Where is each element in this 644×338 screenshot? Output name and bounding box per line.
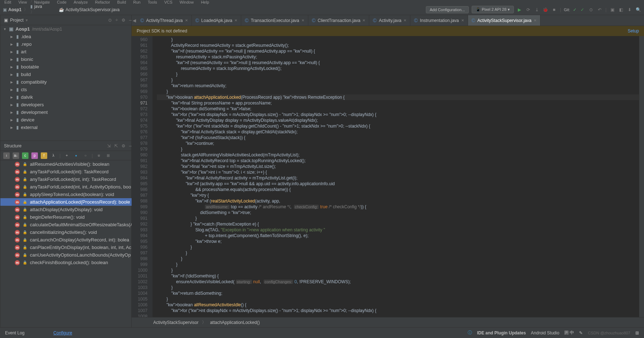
sdk-warning-banner: Project SDK is not defined Setup: [132, 26, 644, 36]
tab-scroll-left-icon[interactable]: ◀: [132, 18, 137, 23]
editor-tab[interactable]: ©Activity.java✕: [369, 15, 410, 26]
menu-analyze[interactable]: Analyze: [74, 0, 88, 4]
event-log-button[interactable]: Event Log: [5, 330, 25, 335]
tree-folder-device[interactable]: ▶▮device: [0, 116, 137, 124]
folder-icon: ▮: [16, 34, 19, 39]
close-tab-icon[interactable]: ✕: [185, 18, 188, 22]
sdk-manager-icon[interactable]: ⬇: [627, 7, 632, 13]
tree-folder-.idea[interactable]: ▶▮.idea: [0, 33, 137, 40]
tree-folder-bionic[interactable]: ▶▮bionic: [0, 55, 137, 63]
editor-tab[interactable]: ©ClientTransaction.java✕: [308, 15, 370, 26]
editor-tabs[interactable]: ◀ ©ActivityThread.java✕©LoadedApk.java✕©…: [132, 15, 644, 26]
method-icon: m: [15, 260, 20, 265]
structure-method-item[interactable]: m🔒applySleepTokensLocked(boolean): void: [0, 191, 137, 198]
line-number-gutter[interactable]: 9609619629639649659669679689699709719729…: [132, 36, 153, 317]
structure-method-item[interactable]: m🔒cancelInitializingActivities(): void: [0, 228, 137, 236]
structure-method-item[interactable]: m🔒attachDisplay(ActivityDisplay): void: [0, 206, 137, 213]
close-tab-icon[interactable]: ✕: [461, 18, 464, 22]
menu-build[interactable]: Build: [117, 0, 126, 4]
tree-folder-compatibility[interactable]: ▶▮compatibility: [0, 78, 137, 86]
debug-icon[interactable]: ⟳: [525, 7, 531, 13]
structure-method-item[interactable]: m🔒anyTaskForIdLocked(int): TaskRecord: [0, 168, 137, 175]
tree-folder-external[interactable]: ▶▮external: [0, 124, 137, 131]
project-tree[interactable]: ▼▣Aosp1 /mnt/sda/Aosp1 ▶▮.idea▶▮.repo▶▮a…: [0, 25, 137, 141]
editor-tab[interactable]: ©TransactionExecutor.java✕: [241, 15, 308, 26]
code-editor[interactable]: } ActivityRecord resumedActivity = stack…: [153, 36, 639, 317]
lock-icon: 🔒: [23, 238, 27, 242]
expand-icon[interactable]: ÷: [115, 18, 118, 23]
tree-folder-dalvik[interactable]: ▶▮dalvik: [0, 93, 137, 101]
editor-tab[interactable]: ©ActivityStackSupervisor.java✕: [468, 15, 541, 26]
structure-method-item[interactable]: m🔒beginDeferResume(): void: [0, 213, 137, 221]
editor-breadcrumb[interactable]: ActivityStackSupervisor 〉 attachApplicat…: [132, 317, 644, 327]
ime-indicator[interactable]: 囲 中: [564, 330, 574, 336]
settings-icon[interactable]: ⚙: [122, 143, 125, 148]
grid-icon[interactable]: ⊞: [635, 330, 639, 335]
menu-edit[interactable]: Edit: [4, 0, 11, 4]
profile-icon[interactable]: ⤓: [534, 7, 540, 13]
editor-tab[interactable]: ©LoadedApk.java✕: [192, 15, 241, 26]
menu-vcs[interactable]: VCS: [164, 0, 172, 4]
java-class-icon: ©: [312, 18, 316, 23]
struct-collapse-icon[interactable]: ⇱: [114, 143, 118, 148]
device-selector[interactable]: 📱 Pixel 2 API 28 ▾: [472, 6, 514, 13]
git-revert-icon[interactable]: ↶: [597, 7, 603, 13]
tree-folder-art[interactable]: ▶▮art: [0, 48, 137, 55]
structure-method-item[interactable]: m🔒anyTaskForIdLocked(int, int, ActivityO…: [0, 183, 137, 191]
editor-tab[interactable]: ©Instrumentation.java✕: [410, 15, 468, 26]
menu-window[interactable]: Window: [180, 0, 194, 4]
folder-icon: ▮: [16, 87, 19, 92]
search-everywhere-icon[interactable]: 🔍: [635, 7, 641, 13]
avd-icon[interactable]: ◧: [618, 7, 624, 13]
close-tab-icon[interactable]: ✕: [534, 18, 537, 22]
tree-folder-developers[interactable]: ▶▮developers: [0, 101, 137, 108]
stop-icon[interactable]: ■: [551, 7, 557, 13]
tree-folder-build[interactable]: ▶▮build: [0, 71, 137, 78]
run-icon[interactable]: ▶: [517, 7, 522, 13]
close-tab-icon[interactable]: ✕: [403, 18, 406, 22]
lock-icon: 🔒: [23, 261, 27, 264]
menu-navigate[interactable]: Navigate: [34, 0, 50, 4]
setup-sdk-link[interactable]: Setup: [628, 28, 639, 34]
tree-folder-bootable[interactable]: ▶▮bootable: [0, 63, 137, 71]
info-icon: ⓘ: [468, 330, 472, 336]
menu-run[interactable]: Run: [133, 0, 141, 4]
menu-tools[interactable]: Tools: [148, 0, 157, 4]
attach-debugger-icon[interactable]: 🐞: [543, 7, 548, 13]
close-tab-icon[interactable]: ✕: [234, 18, 237, 22]
menu-refactor[interactable]: Refactor: [95, 0, 110, 4]
run-configuration-dropdown[interactable]: Add Configuration...: [426, 6, 469, 13]
git-commit-icon[interactable]: ✓: [579, 7, 585, 13]
structure-method-item[interactable]: m🔒canPlaceEntityOnDisplay(int, boolean, …: [0, 244, 137, 251]
editor-tab[interactable]: ©ActivityThread.java✕: [137, 15, 192, 26]
git-update-icon[interactable]: ✓: [573, 7, 577, 12]
settings-icon[interactable]: ⚙: [122, 18, 125, 23]
ime-icon[interactable]: ✎: [579, 330, 583, 335]
close-tab-icon[interactable]: ✕: [362, 18, 365, 22]
structure-method-item[interactable]: m🔒checkFinishBootingLocked(): boolean: [0, 259, 137, 266]
structure-method-item[interactable]: m🔒attachApplicationLocked(ProcessRecord)…: [0, 198, 137, 206]
structure-method-item[interactable]: m🔒canLaunchOnDisplay(ActivityRecord, int…: [0, 236, 137, 244]
menu-help[interactable]: Help: [201, 0, 209, 4]
sync-icon[interactable]: ▣: [609, 7, 615, 13]
tree-folder-cts[interactable]: ▶▮cts: [0, 86, 137, 93]
tree-folder-.repo[interactable]: ▶▮.repo: [0, 40, 137, 48]
git-history-icon[interactable]: ⊙: [588, 7, 594, 13]
structure-method-item[interactable]: m🔒allResumedActivitiesVisible(): boolean: [0, 160, 137, 168]
structure-method-item[interactable]: m🔒calculateDefaultMinimalSizeOfResizeabl…: [0, 221, 137, 228]
ide-update-notification[interactable]: IDE and Plugin Updates: [477, 330, 526, 335]
configure-link[interactable]: Configure: [53, 330, 72, 335]
structure-toolbar[interactable]: ↕ a↓ c p f λ | ✦ ● ○ | ※ ⊞: [0, 151, 137, 160]
structure-method-item[interactable]: m🔒anyTaskForIdLocked(int, int): TaskReco…: [0, 175, 137, 183]
menu-view[interactable]: View: [18, 0, 27, 4]
folder-icon: ▮: [16, 41, 19, 47]
tree-folder-development[interactable]: ▶▮development: [0, 108, 137, 116]
close-tab-icon[interactable]: ✕: [301, 18, 304, 22]
collapse-all-icon[interactable]: ⊙: [108, 18, 112, 23]
structure-list[interactable]: m🔒allResumedActivitiesVisible(): boolean…: [0, 160, 137, 327]
menu-code[interactable]: Code: [57, 0, 66, 4]
struct-expand-icon[interactable]: ⇲: [107, 143, 111, 148]
error-stripe[interactable]: [639, 36, 644, 317]
folder-icon: ▮: [16, 110, 19, 115]
structure-method-item[interactable]: m🔒canUseActivityOptionsLaunchBounds(Acti…: [0, 251, 137, 259]
